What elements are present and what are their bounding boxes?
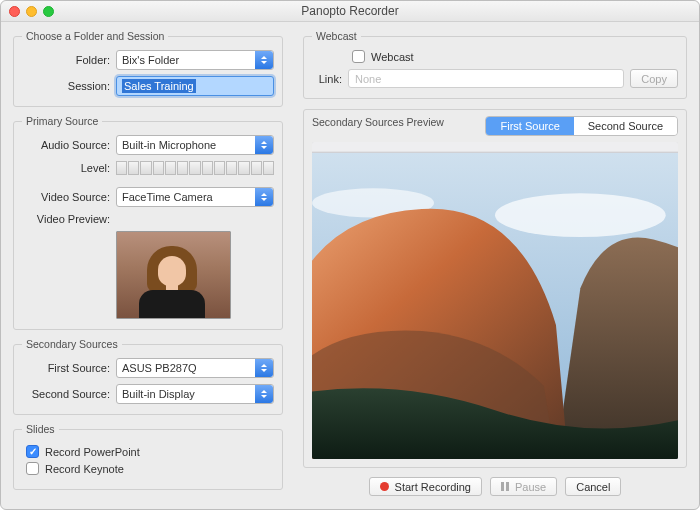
record-powerpoint-label: Record PowerPoint	[45, 446, 140, 458]
folder-select[interactable]: Bix's Folder	[116, 50, 274, 70]
webcast-group: Webcast Webcast Link: None Copy	[303, 30, 687, 99]
record-icon	[380, 482, 389, 491]
footer-controls: Start Recording Pause Cancel	[303, 468, 687, 499]
link-label: Link:	[312, 73, 342, 85]
webcast-legend: Webcast	[312, 30, 361, 42]
video-value: FaceTime Camera	[122, 191, 213, 203]
folder-session-group: Choose a Folder and Session Folder: Bix'…	[13, 30, 283, 107]
slides-legend: Slides	[22, 423, 59, 435]
first-source-select[interactable]: ASUS PB287Q	[116, 358, 274, 378]
preview-tabs: First Source Second Source	[485, 116, 678, 136]
pause-icon	[501, 482, 509, 491]
start-recording-label: Start Recording	[395, 481, 471, 493]
folder-label: Folder:	[22, 54, 110, 66]
webcast-checkbox[interactable]	[352, 50, 365, 63]
webcast-check-label: Webcast	[371, 51, 414, 63]
session-value: Sales Training	[122, 79, 196, 93]
svg-point-3	[495, 193, 666, 237]
second-source-value: Built-in Display	[122, 388, 195, 400]
video-label: Video Source:	[22, 191, 110, 203]
pause-button[interactable]: Pause	[490, 477, 557, 496]
chevron-updown-icon	[255, 136, 273, 154]
record-keynote-label: Record Keynote	[45, 463, 124, 475]
secondary-preview-group: Secondary Sources Preview First Source S…	[303, 109, 687, 468]
first-source-value: ASUS PB287Q	[122, 362, 197, 374]
desktop-wallpaper-icon	[312, 142, 678, 459]
audio-label: Audio Source:	[22, 139, 110, 151]
level-label: Level:	[22, 162, 110, 174]
tab-second-source[interactable]: Second Source	[574, 117, 677, 135]
svg-rect-1	[312, 152, 678, 153]
first-source-label: First Source:	[22, 362, 110, 374]
video-preview	[116, 231, 231, 319]
folder-value: Bix's Folder	[122, 54, 179, 66]
link-placeholder: None	[355, 73, 381, 85]
session-label: Session:	[22, 80, 110, 92]
video-preview-label: Video Preview:	[22, 213, 110, 225]
pause-label: Pause	[515, 481, 546, 493]
second-source-select[interactable]: Built-in Display	[116, 384, 274, 404]
copy-button[interactable]: Copy	[630, 69, 678, 88]
session-input[interactable]: Sales Training	[116, 76, 274, 96]
primary-legend: Primary Source	[22, 115, 102, 127]
window-title: Panopto Recorder	[1, 4, 699, 18]
title-bar: Panopto Recorder	[1, 1, 699, 22]
record-keynote-checkbox[interactable]	[26, 462, 39, 475]
audio-level-meter	[116, 161, 274, 175]
primary-source-group: Primary Source Audio Source: Built-in Mi…	[13, 115, 283, 330]
app-window: Panopto Recorder Choose a Folder and Ses…	[0, 0, 700, 510]
secondary-sources-group: Secondary Sources First Source: ASUS PB2…	[13, 338, 283, 415]
folder-session-legend: Choose a Folder and Session	[22, 30, 168, 42]
secondary-legend: Secondary Sources	[22, 338, 122, 350]
svg-rect-0	[312, 142, 678, 152]
audio-select[interactable]: Built-in Microphone	[116, 135, 274, 155]
second-source-label: Second Source:	[22, 388, 110, 400]
slides-group: Slides Record PowerPoint Record Keynote	[13, 423, 283, 490]
start-recording-button[interactable]: Start Recording	[369, 477, 482, 496]
record-powerpoint-checkbox[interactable]	[26, 445, 39, 458]
chevron-updown-icon	[255, 51, 273, 69]
chevron-updown-icon	[255, 188, 273, 206]
tab-first-source[interactable]: First Source	[486, 117, 573, 135]
video-select[interactable]: FaceTime Camera	[116, 187, 274, 207]
link-input[interactable]: None	[348, 69, 624, 88]
secondary-preview-image	[312, 142, 678, 459]
chevron-updown-icon	[255, 385, 273, 403]
audio-value: Built-in Microphone	[122, 139, 216, 151]
preview-legend: Secondary Sources Preview	[312, 116, 444, 128]
chevron-updown-icon	[255, 359, 273, 377]
cancel-button[interactable]: Cancel	[565, 477, 621, 496]
